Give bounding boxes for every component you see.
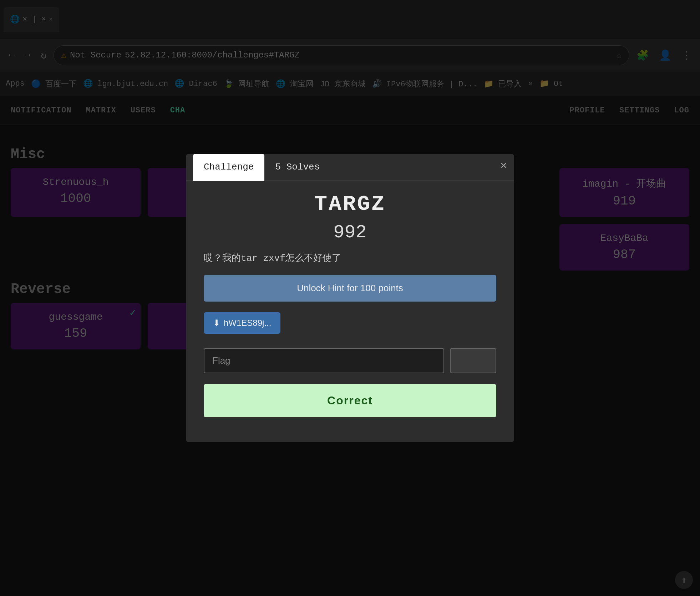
modal-body: TARGZ 992 哎？我的tar zxvf怎么不好使了 Unlock Hint… <box>186 181 514 428</box>
flag-input[interactable] <box>204 348 444 373</box>
challenge-points: 992 <box>204 222 496 243</box>
challenge-modal: Challenge 5 Solves × TARGZ 992 哎？我的tar z… <box>186 154 514 442</box>
download-label: hW1ES89j... <box>224 318 271 328</box>
download-button[interactable]: ⬇ hW1ES89j... <box>204 312 280 334</box>
tab-solves[interactable]: 5 Solves <box>264 154 330 181</box>
modal-tabs: Challenge 5 Solves × <box>186 154 514 181</box>
unlock-hint-button[interactable]: Unlock Hint for 100 points <box>204 275 496 302</box>
correct-button[interactable]: Correct <box>204 384 496 417</box>
download-icon: ⬇ <box>213 318 220 328</box>
submit-button[interactable] <box>450 348 496 373</box>
modal-overlay: Challenge 5 Solves × TARGZ 992 哎？我的tar z… <box>0 0 700 596</box>
challenge-description: 哎？我的tar zxvf怎么不好使了 <box>204 252 496 264</box>
challenge-title: TARGZ <box>204 192 496 216</box>
flag-row <box>204 348 496 373</box>
modal-close-button[interactable]: × <box>500 160 507 171</box>
tab-challenge[interactable]: Challenge <box>193 154 264 181</box>
